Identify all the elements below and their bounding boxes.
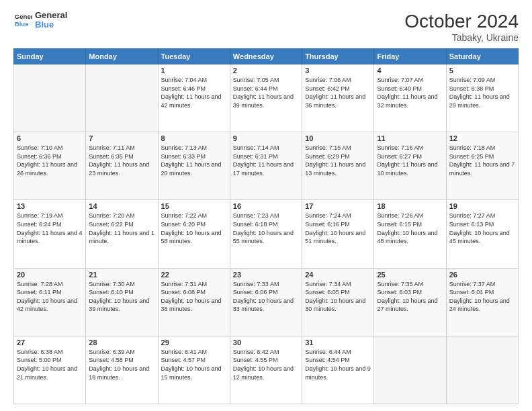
day-number: 2 — [233, 66, 299, 75]
calendar-cell: 26Sunrise: 7:37 AM Sunset: 6:01 PM Dayli… — [446, 268, 518, 336]
calendar-cell — [14, 64, 86, 132]
day-info: Sunrise: 7:18 AM Sunset: 6:25 PM Dayligh… — [449, 144, 515, 177]
weekday-header: Sunday — [14, 49, 86, 64]
calendar-cell: 22Sunrise: 7:31 AM Sunset: 6:08 PM Dayli… — [158, 268, 230, 336]
calendar-cell: 4Sunrise: 7:07 AM Sunset: 6:40 PM Daylig… — [374, 64, 446, 132]
day-number: 10 — [305, 134, 371, 142]
weekday-header: Monday — [86, 49, 158, 64]
day-info: Sunrise: 7:34 AM Sunset: 6:05 PM Dayligh… — [305, 280, 371, 314]
day-info: Sunrise: 7:23 AM Sunset: 6:18 PM Dayligh… — [233, 212, 299, 245]
weekday-header: Tuesday — [158, 49, 230, 64]
day-info: Sunrise: 7:37 AM Sunset: 6:01 PM Dayligh… — [449, 280, 515, 314]
day-info: Sunrise: 7:10 AM Sunset: 6:36 PM Dayligh… — [17, 144, 83, 177]
calendar-cell: 25Sunrise: 7:35 AM Sunset: 6:03 PM Dayli… — [374, 268, 446, 336]
weekday-header: Saturday — [446, 49, 518, 64]
calendar-title: October 2024 — [404, 11, 519, 32]
calendar-week-row: 20Sunrise: 7:28 AM Sunset: 6:11 PM Dayli… — [14, 268, 519, 336]
day-number: 7 — [89, 134, 154, 142]
day-number: 24 — [305, 271, 371, 279]
svg-text:General: General — [15, 13, 32, 21]
day-info: Sunrise: 6:44 AM Sunset: 4:54 PM Dayligh… — [305, 348, 371, 381]
weekday-header: Thursday — [302, 49, 374, 64]
calendar-cell: 13Sunrise: 7:19 AM Sunset: 6:24 PM Dayli… — [14, 200, 86, 268]
calendar-cell: 24Sunrise: 7:34 AM Sunset: 6:05 PM Dayli… — [302, 268, 374, 336]
calendar-cell: 3Sunrise: 7:06 AM Sunset: 6:42 PM Daylig… — [302, 64, 374, 132]
calendar-cell: 12Sunrise: 7:18 AM Sunset: 6:25 PM Dayli… — [446, 132, 518, 200]
calendar-cell — [446, 336, 518, 404]
day-number: 22 — [161, 271, 227, 279]
day-info: Sunrise: 7:30 AM Sunset: 6:10 PM Dayligh… — [89, 280, 154, 314]
day-number: 19 — [449, 202, 515, 210]
calendar-cell: 8Sunrise: 7:13 AM Sunset: 6:33 PM Daylig… — [158, 132, 230, 200]
svg-text:Blue: Blue — [15, 20, 29, 28]
calendar-cell — [86, 64, 158, 132]
day-number: 27 — [17, 338, 83, 347]
calendar-cell: 18Sunrise: 7:26 AM Sunset: 6:15 PM Dayli… — [374, 200, 446, 268]
day-info: Sunrise: 7:31 AM Sunset: 6:08 PM Dayligh… — [161, 280, 227, 314]
calendar-body: 1Sunrise: 7:04 AM Sunset: 6:46 PM Daylig… — [14, 64, 519, 404]
day-info: Sunrise: 6:41 AM Sunset: 4:57 PM Dayligh… — [161, 348, 227, 381]
calendar-table: SundayMondayTuesdayWednesdayThursdayFrid… — [13, 48, 519, 404]
day-info: Sunrise: 7:11 AM Sunset: 6:35 PM Dayligh… — [89, 144, 154, 177]
weekday-row: SundayMondayTuesdayWednesdayThursdayFrid… — [14, 49, 519, 64]
day-number: 30 — [233, 338, 299, 347]
day-number: 13 — [17, 202, 83, 210]
day-info: Sunrise: 7:19 AM Sunset: 6:24 PM Dayligh… — [17, 212, 83, 245]
calendar-cell: 6Sunrise: 7:10 AM Sunset: 6:36 PM Daylig… — [14, 132, 86, 200]
day-number: 9 — [233, 134, 299, 142]
calendar-cell: 7Sunrise: 7:11 AM Sunset: 6:35 PM Daylig… — [86, 132, 158, 200]
logo-line1: General — [35, 11, 67, 20]
day-info: Sunrise: 7:16 AM Sunset: 6:27 PM Dayligh… — [377, 144, 443, 177]
header: General Blue General Blue October 2024 T… — [13, 11, 519, 43]
day-info: Sunrise: 7:22 AM Sunset: 6:20 PM Dayligh… — [161, 212, 227, 245]
day-number: 28 — [89, 338, 154, 347]
day-number: 20 — [17, 271, 83, 279]
day-number: 23 — [233, 271, 299, 279]
day-info: Sunrise: 7:26 AM Sunset: 6:15 PM Dayligh… — [377, 212, 443, 245]
day-number: 26 — [449, 271, 515, 279]
day-number: 16 — [233, 202, 299, 210]
calendar-cell: 30Sunrise: 6:42 AM Sunset: 4:55 PM Dayli… — [230, 336, 302, 404]
day-info: Sunrise: 7:14 AM Sunset: 6:31 PM Dayligh… — [233, 144, 299, 177]
calendar-cell: 15Sunrise: 7:22 AM Sunset: 6:20 PM Dayli… — [158, 200, 230, 268]
day-info: Sunrise: 7:35 AM Sunset: 6:03 PM Dayligh… — [377, 280, 443, 314]
day-number: 21 — [89, 271, 154, 279]
day-info: Sunrise: 6:39 AM Sunset: 4:58 PM Dayligh… — [89, 348, 154, 381]
logo: General Blue General Blue — [13, 11, 67, 30]
calendar-cell: 31Sunrise: 6:44 AM Sunset: 4:54 PM Dayli… — [302, 336, 374, 404]
day-number: 17 — [305, 202, 371, 210]
logo-icon: General Blue — [13, 11, 32, 30]
day-info: Sunrise: 7:07 AM Sunset: 6:40 PM Dayligh… — [377, 76, 443, 109]
calendar-cell: 29Sunrise: 6:41 AM Sunset: 4:57 PM Dayli… — [158, 336, 230, 404]
day-info: Sunrise: 7:27 AM Sunset: 6:13 PM Dayligh… — [449, 212, 515, 245]
calendar-week-row: 1Sunrise: 7:04 AM Sunset: 6:46 PM Daylig… — [14, 64, 519, 132]
day-number: 25 — [377, 271, 443, 279]
day-number: 12 — [449, 134, 515, 142]
logo-text: General Blue — [35, 11, 67, 30]
calendar-week-row: 27Sunrise: 6:38 AM Sunset: 5:00 PM Dayli… — [14, 336, 519, 404]
calendar-week-row: 13Sunrise: 7:19 AM Sunset: 6:24 PM Dayli… — [14, 200, 519, 268]
day-number: 15 — [161, 202, 227, 210]
calendar-cell: 14Sunrise: 7:20 AM Sunset: 6:22 PM Dayli… — [86, 200, 158, 268]
day-info: Sunrise: 7:09 AM Sunset: 6:38 PM Dayligh… — [449, 76, 515, 109]
day-info: Sunrise: 7:13 AM Sunset: 6:33 PM Dayligh… — [161, 144, 227, 177]
calendar-cell: 17Sunrise: 7:24 AM Sunset: 6:16 PM Dayli… — [302, 200, 374, 268]
day-number: 1 — [161, 66, 227, 75]
calendar-subtitle: Tabaky, Ukraine — [404, 32, 519, 43]
page: General Blue General Blue October 2024 T… — [0, 0, 532, 411]
day-number: 31 — [305, 338, 371, 347]
day-info: Sunrise: 7:24 AM Sunset: 6:16 PM Dayligh… — [305, 212, 371, 245]
calendar-cell: 9Sunrise: 7:14 AM Sunset: 6:31 PM Daylig… — [230, 132, 302, 200]
calendar-cell: 23Sunrise: 7:33 AM Sunset: 6:06 PM Dayli… — [230, 268, 302, 336]
day-info: Sunrise: 7:33 AM Sunset: 6:06 PM Dayligh… — [233, 280, 299, 314]
day-info: Sunrise: 7:20 AM Sunset: 6:22 PM Dayligh… — [89, 212, 154, 245]
day-number: 11 — [377, 134, 443, 142]
day-info: Sunrise: 6:42 AM Sunset: 4:55 PM Dayligh… — [233, 348, 299, 381]
day-number: 18 — [377, 202, 443, 210]
day-number: 14 — [89, 202, 154, 210]
day-info: Sunrise: 7:04 AM Sunset: 6:46 PM Dayligh… — [161, 76, 227, 109]
weekday-header: Friday — [374, 49, 446, 64]
calendar-cell: 28Sunrise: 6:39 AM Sunset: 4:58 PM Dayli… — [86, 336, 158, 404]
logo-line2: Blue — [35, 20, 67, 30]
day-number: 8 — [161, 134, 227, 142]
